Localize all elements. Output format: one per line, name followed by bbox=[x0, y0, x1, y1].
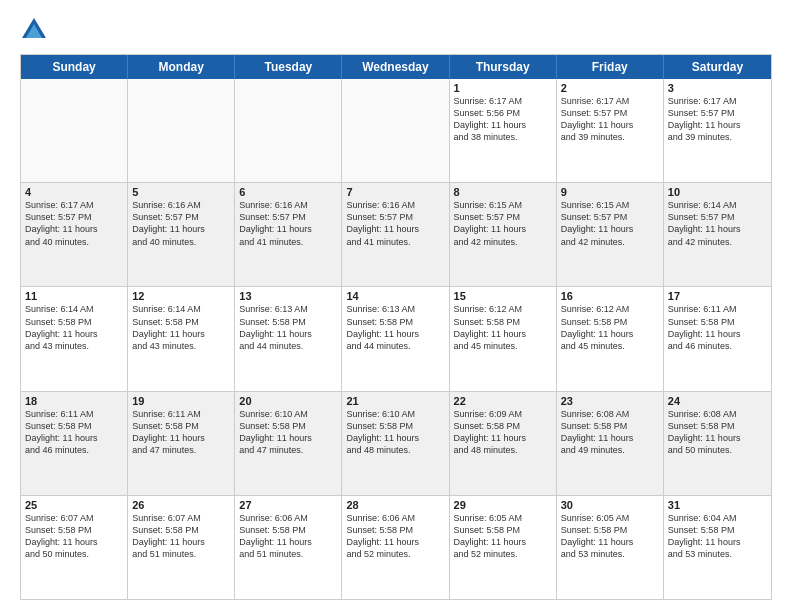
calendar-cell: 3Sunrise: 6:17 AM Sunset: 5:57 PM Daylig… bbox=[664, 79, 771, 182]
day-number: 18 bbox=[25, 395, 123, 407]
calendar-cell: 4Sunrise: 6:17 AM Sunset: 5:57 PM Daylig… bbox=[21, 183, 128, 286]
cell-info: Sunrise: 6:17 AM Sunset: 5:57 PM Dayligh… bbox=[561, 95, 659, 144]
calendar-cell: 29Sunrise: 6:05 AM Sunset: 5:58 PM Dayli… bbox=[450, 496, 557, 599]
calendar-header: SundayMondayTuesdayWednesdayThursdayFrid… bbox=[21, 55, 771, 79]
calendar-cell: 2Sunrise: 6:17 AM Sunset: 5:57 PM Daylig… bbox=[557, 79, 664, 182]
calendar-cell: 26Sunrise: 6:07 AM Sunset: 5:58 PM Dayli… bbox=[128, 496, 235, 599]
cell-info: Sunrise: 6:17 AM Sunset: 5:56 PM Dayligh… bbox=[454, 95, 552, 144]
header-day-tuesday: Tuesday bbox=[235, 55, 342, 79]
header-day-friday: Friday bbox=[557, 55, 664, 79]
header-day-saturday: Saturday bbox=[664, 55, 771, 79]
cell-info: Sunrise: 6:11 AM Sunset: 5:58 PM Dayligh… bbox=[668, 303, 767, 352]
cell-info: Sunrise: 6:06 AM Sunset: 5:58 PM Dayligh… bbox=[239, 512, 337, 561]
cell-info: Sunrise: 6:15 AM Sunset: 5:57 PM Dayligh… bbox=[561, 199, 659, 248]
day-number: 14 bbox=[346, 290, 444, 302]
day-number: 19 bbox=[132, 395, 230, 407]
calendar-body: 1Sunrise: 6:17 AM Sunset: 5:56 PM Daylig… bbox=[21, 79, 771, 599]
day-number: 2 bbox=[561, 82, 659, 94]
cell-info: Sunrise: 6:09 AM Sunset: 5:58 PM Dayligh… bbox=[454, 408, 552, 457]
day-number: 29 bbox=[454, 499, 552, 511]
day-number: 5 bbox=[132, 186, 230, 198]
page: SundayMondayTuesdayWednesdayThursdayFrid… bbox=[0, 0, 792, 612]
cell-info: Sunrise: 6:17 AM Sunset: 5:57 PM Dayligh… bbox=[668, 95, 767, 144]
cell-info: Sunrise: 6:11 AM Sunset: 5:58 PM Dayligh… bbox=[132, 408, 230, 457]
day-number: 6 bbox=[239, 186, 337, 198]
calendar-cell: 28Sunrise: 6:06 AM Sunset: 5:58 PM Dayli… bbox=[342, 496, 449, 599]
cell-info: Sunrise: 6:06 AM Sunset: 5:58 PM Dayligh… bbox=[346, 512, 444, 561]
cell-info: Sunrise: 6:12 AM Sunset: 5:58 PM Dayligh… bbox=[454, 303, 552, 352]
day-number: 28 bbox=[346, 499, 444, 511]
calendar-cell: 14Sunrise: 6:13 AM Sunset: 5:58 PM Dayli… bbox=[342, 287, 449, 390]
calendar-cell: 22Sunrise: 6:09 AM Sunset: 5:58 PM Dayli… bbox=[450, 392, 557, 495]
cell-info: Sunrise: 6:14 AM Sunset: 5:58 PM Dayligh… bbox=[25, 303, 123, 352]
calendar-row-1: 1Sunrise: 6:17 AM Sunset: 5:56 PM Daylig… bbox=[21, 79, 771, 183]
day-number: 20 bbox=[239, 395, 337, 407]
cell-info: Sunrise: 6:16 AM Sunset: 5:57 PM Dayligh… bbox=[132, 199, 230, 248]
cell-info: Sunrise: 6:16 AM Sunset: 5:57 PM Dayligh… bbox=[346, 199, 444, 248]
day-number: 25 bbox=[25, 499, 123, 511]
day-number: 17 bbox=[668, 290, 767, 302]
cell-info: Sunrise: 6:14 AM Sunset: 5:58 PM Dayligh… bbox=[132, 303, 230, 352]
day-number: 9 bbox=[561, 186, 659, 198]
calendar-cell: 25Sunrise: 6:07 AM Sunset: 5:58 PM Dayli… bbox=[21, 496, 128, 599]
day-number: 27 bbox=[239, 499, 337, 511]
day-number: 21 bbox=[346, 395, 444, 407]
header bbox=[20, 16, 772, 44]
calendar-cell: 16Sunrise: 6:12 AM Sunset: 5:58 PM Dayli… bbox=[557, 287, 664, 390]
calendar-row-4: 18Sunrise: 6:11 AM Sunset: 5:58 PM Dayli… bbox=[21, 392, 771, 496]
day-number: 11 bbox=[25, 290, 123, 302]
logo bbox=[20, 16, 50, 44]
day-number: 16 bbox=[561, 290, 659, 302]
cell-info: Sunrise: 6:15 AM Sunset: 5:57 PM Dayligh… bbox=[454, 199, 552, 248]
cell-info: Sunrise: 6:07 AM Sunset: 5:58 PM Dayligh… bbox=[132, 512, 230, 561]
calendar: SundayMondayTuesdayWednesdayThursdayFrid… bbox=[20, 54, 772, 600]
day-number: 3 bbox=[668, 82, 767, 94]
cell-info: Sunrise: 6:13 AM Sunset: 5:58 PM Dayligh… bbox=[239, 303, 337, 352]
header-day-sunday: Sunday bbox=[21, 55, 128, 79]
calendar-row-3: 11Sunrise: 6:14 AM Sunset: 5:58 PM Dayli… bbox=[21, 287, 771, 391]
calendar-cell: 21Sunrise: 6:10 AM Sunset: 5:58 PM Dayli… bbox=[342, 392, 449, 495]
calendar-cell: 27Sunrise: 6:06 AM Sunset: 5:58 PM Dayli… bbox=[235, 496, 342, 599]
calendar-cell: 6Sunrise: 6:16 AM Sunset: 5:57 PM Daylig… bbox=[235, 183, 342, 286]
day-number: 22 bbox=[454, 395, 552, 407]
day-number: 7 bbox=[346, 186, 444, 198]
calendar-cell: 17Sunrise: 6:11 AM Sunset: 5:58 PM Dayli… bbox=[664, 287, 771, 390]
calendar-cell bbox=[21, 79, 128, 182]
cell-info: Sunrise: 6:04 AM Sunset: 5:58 PM Dayligh… bbox=[668, 512, 767, 561]
day-number: 13 bbox=[239, 290, 337, 302]
cell-info: Sunrise: 6:17 AM Sunset: 5:57 PM Dayligh… bbox=[25, 199, 123, 248]
day-number: 24 bbox=[668, 395, 767, 407]
calendar-cell: 13Sunrise: 6:13 AM Sunset: 5:58 PM Dayli… bbox=[235, 287, 342, 390]
calendar-cell: 9Sunrise: 6:15 AM Sunset: 5:57 PM Daylig… bbox=[557, 183, 664, 286]
calendar-cell: 1Sunrise: 6:17 AM Sunset: 5:56 PM Daylig… bbox=[450, 79, 557, 182]
calendar-cell: 10Sunrise: 6:14 AM Sunset: 5:57 PM Dayli… bbox=[664, 183, 771, 286]
day-number: 15 bbox=[454, 290, 552, 302]
calendar-cell: 30Sunrise: 6:05 AM Sunset: 5:58 PM Dayli… bbox=[557, 496, 664, 599]
cell-info: Sunrise: 6:13 AM Sunset: 5:58 PM Dayligh… bbox=[346, 303, 444, 352]
header-day-monday: Monday bbox=[128, 55, 235, 79]
day-number: 23 bbox=[561, 395, 659, 407]
day-number: 31 bbox=[668, 499, 767, 511]
cell-info: Sunrise: 6:10 AM Sunset: 5:58 PM Dayligh… bbox=[346, 408, 444, 457]
calendar-cell: 18Sunrise: 6:11 AM Sunset: 5:58 PM Dayli… bbox=[21, 392, 128, 495]
day-number: 4 bbox=[25, 186, 123, 198]
day-number: 10 bbox=[668, 186, 767, 198]
calendar-cell: 19Sunrise: 6:11 AM Sunset: 5:58 PM Dayli… bbox=[128, 392, 235, 495]
cell-info: Sunrise: 6:05 AM Sunset: 5:58 PM Dayligh… bbox=[561, 512, 659, 561]
calendar-cell: 8Sunrise: 6:15 AM Sunset: 5:57 PM Daylig… bbox=[450, 183, 557, 286]
calendar-cell bbox=[342, 79, 449, 182]
calendar-cell: 7Sunrise: 6:16 AM Sunset: 5:57 PM Daylig… bbox=[342, 183, 449, 286]
logo-icon bbox=[20, 16, 48, 44]
calendar-cell: 15Sunrise: 6:12 AM Sunset: 5:58 PM Dayli… bbox=[450, 287, 557, 390]
calendar-cell: 23Sunrise: 6:08 AM Sunset: 5:58 PM Dayli… bbox=[557, 392, 664, 495]
cell-info: Sunrise: 6:11 AM Sunset: 5:58 PM Dayligh… bbox=[25, 408, 123, 457]
cell-info: Sunrise: 6:08 AM Sunset: 5:58 PM Dayligh… bbox=[668, 408, 767, 457]
cell-info: Sunrise: 6:12 AM Sunset: 5:58 PM Dayligh… bbox=[561, 303, 659, 352]
cell-info: Sunrise: 6:07 AM Sunset: 5:58 PM Dayligh… bbox=[25, 512, 123, 561]
day-number: 8 bbox=[454, 186, 552, 198]
calendar-cell: 20Sunrise: 6:10 AM Sunset: 5:58 PM Dayli… bbox=[235, 392, 342, 495]
calendar-row-2: 4Sunrise: 6:17 AM Sunset: 5:57 PM Daylig… bbox=[21, 183, 771, 287]
cell-info: Sunrise: 6:14 AM Sunset: 5:57 PM Dayligh… bbox=[668, 199, 767, 248]
calendar-cell: 24Sunrise: 6:08 AM Sunset: 5:58 PM Dayli… bbox=[664, 392, 771, 495]
cell-info: Sunrise: 6:08 AM Sunset: 5:58 PM Dayligh… bbox=[561, 408, 659, 457]
